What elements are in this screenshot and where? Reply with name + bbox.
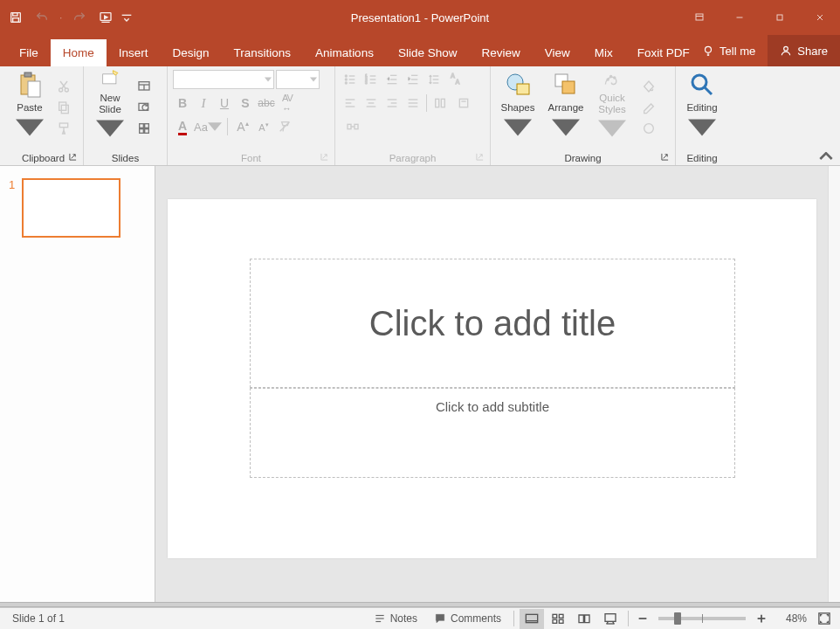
increase-indent-button[interactable] [403, 70, 423, 89]
change-case-button[interactable]: Aa [194, 117, 222, 136]
notes-button[interactable]: Notes [366, 609, 424, 629]
bold-button[interactable]: B [173, 93, 192, 113]
justify-button[interactable] [403, 93, 423, 113]
tab-review[interactable]: Review [469, 39, 532, 66]
save-icon-button[interactable] [3, 5, 28, 30]
align-text-button[interactable] [451, 93, 476, 113]
character-spacing-button[interactable]: AV↔ [278, 93, 297, 113]
font-size-combobox[interactable] [276, 70, 320, 89]
tab-insert[interactable]: Insert [107, 39, 161, 66]
group-paragraph: 123 AA Paragraph [335, 66, 491, 165]
thumbnail-slide-1[interactable] [22, 178, 120, 238]
zoom-level[interactable]: 48% [772, 612, 810, 625]
collapse-ribbon-icon[interactable] [819, 149, 833, 163]
slideshow-view-button[interactable] [598, 609, 623, 629]
lightbulb-icon [702, 45, 714, 57]
text-direction-button[interactable]: AA [445, 70, 465, 89]
minimize-icon[interactable] [720, 0, 760, 35]
shapes-button[interactable]: Shapes [496, 70, 540, 145]
quick-access-toolbar: · [0, 5, 134, 30]
smartart-button[interactable] [341, 117, 365, 136]
copy-button[interactable] [54, 98, 73, 117]
subtitle-placeholder[interactable]: Click to add subtitle [250, 388, 735, 478]
tab-file[interactable]: File [7, 39, 51, 66]
shape-fill-button[interactable] [636, 77, 662, 96]
paragraph-dialog-launcher[interactable] [474, 151, 485, 162]
slide-layout-button[interactable] [134, 77, 154, 96]
share-button[interactable]: Share [768, 35, 840, 66]
tab-animations[interactable]: Animations [303, 39, 386, 66]
align-right-button[interactable] [382, 93, 402, 113]
tab-view[interactable]: View [533, 39, 582, 66]
cut-button[interactable] [54, 77, 73, 96]
reading-view-button[interactable] [572, 609, 596, 629]
shape-effects-button[interactable] [636, 119, 662, 138]
decrease-font-button[interactable]: A▾ [254, 117, 273, 136]
quick-styles-button[interactable]: Quick Styles [592, 70, 632, 145]
underline-button[interactable]: U [215, 93, 234, 113]
normal-view-button[interactable] [520, 609, 544, 629]
shadow-button[interactable]: S [236, 93, 255, 113]
section-button[interactable] [134, 119, 154, 138]
font-name-combobox[interactable] [173, 70, 274, 89]
editing-button[interactable]: Editing [681, 70, 723, 145]
vertical-scrollbar[interactable] [828, 166, 840, 602]
tab-design[interactable]: Design [161, 39, 222, 66]
zoom-out-button[interactable] [634, 609, 651, 629]
strikethrough-button[interactable]: abc [257, 93, 276, 113]
cut-icon [57, 79, 71, 93]
increase-font-button[interactable]: A▴ [233, 117, 252, 136]
align-center-button[interactable] [361, 93, 381, 113]
align-left-button[interactable] [341, 93, 360, 113]
maximize-icon[interactable] [760, 0, 800, 35]
slide-1[interactable]: Click to add title Click to add subtitle [168, 199, 816, 558]
thumbnail-row[interactable]: 1 [9, 178, 146, 238]
paste-button[interactable]: Paste [9, 70, 51, 145]
columns-button[interactable] [430, 93, 450, 113]
arrange-icon [552, 71, 580, 99]
line-spacing-button[interactable] [424, 70, 444, 89]
svg-rect-35 [145, 129, 149, 134]
zoom-slider-thumb[interactable] [674, 612, 681, 625]
close-icon[interactable] [800, 0, 840, 35]
tab-transitions[interactable]: Transitions [222, 39, 304, 66]
font-color-button[interactable]: A [173, 117, 192, 136]
shape-outline-button[interactable] [636, 98, 662, 117]
slideshow-icon [603, 612, 617, 625]
qat-separator: · [56, 11, 65, 24]
italic-button[interactable]: I [194, 93, 213, 113]
slide-counter[interactable]: Slide 1 of 1 [3, 612, 65, 625]
zoom-slider[interactable] [658, 617, 746, 620]
tab-home[interactable]: Home [51, 39, 107, 66]
tab-mix[interactable]: Mix [582, 39, 625, 66]
title-placeholder[interactable]: Click to add title [250, 259, 735, 388]
clear-formatting-button[interactable] [275, 117, 294, 136]
reset-slide-button[interactable] [134, 98, 154, 117]
arrange-button[interactable]: Arrange [543, 70, 589, 145]
format-painter-button[interactable] [54, 119, 73, 138]
drawing-dialog-launcher[interactable] [659, 151, 670, 162]
ribbon-display-options-icon[interactable] [679, 0, 720, 35]
decrease-indent-button[interactable] [382, 70, 402, 89]
tab-slideshow[interactable]: Slide Show [386, 39, 470, 66]
zoom-in-button[interactable] [753, 609, 770, 629]
tell-me-search[interactable]: Tell me [690, 35, 768, 66]
bold-icon: B [178, 96, 187, 110]
text-direction-icon: AA [448, 73, 462, 86]
numbering-button[interactable]: 123 [361, 70, 381, 89]
bullets-button[interactable] [341, 70, 360, 89]
qat-customize-icon[interactable] [120, 5, 134, 30]
start-from-beginning-icon-button[interactable] [93, 5, 118, 30]
fit-to-window-button[interactable] [812, 609, 837, 629]
slide-sorter-view-button[interactable] [546, 609, 570, 629]
undo-icon-button[interactable] [30, 5, 54, 30]
thumbnail-number: 1 [9, 178, 15, 238]
redo-icon-button[interactable] [67, 5, 92, 30]
comments-button[interactable]: Comments [426, 609, 508, 629]
font-dialog-launcher[interactable] [319, 151, 329, 162]
group-clipboard: Paste Clipboard [3, 66, 84, 165]
share-label: Share [797, 45, 828, 58]
new-slide-button[interactable]: New Slide [89, 70, 131, 145]
fit-to-window-icon [818, 612, 830, 625]
clipboard-dialog-launcher[interactable] [67, 151, 78, 162]
